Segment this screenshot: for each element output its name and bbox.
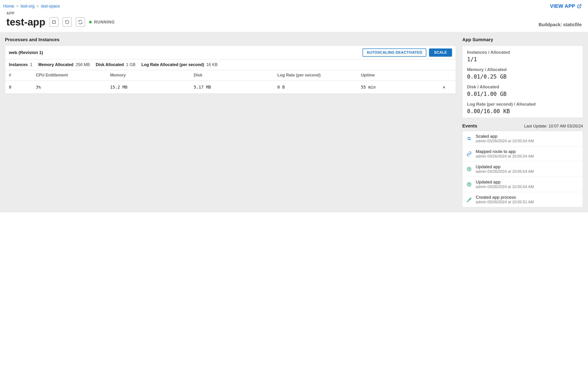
events-card: Scaled app admin 03/26/2024 at 10:05:54 … <box>462 131 583 207</box>
refresh-icon <box>65 20 69 24</box>
svg-point-5 <box>469 139 470 140</box>
event-meta: admin 03/26/2024 at 10:05:54 AM <box>476 169 534 174</box>
col-lograte: Log Rate (per second) <box>275 70 358 81</box>
summary-memory-label: Memory / Allocated <box>467 67 578 72</box>
breadcrumb-home[interactable]: Home <box>3 4 14 9</box>
processes-section-title: Processes and Instances <box>5 37 456 42</box>
chevron-right-icon: > <box>15 4 20 9</box>
stop-icon <box>52 20 56 24</box>
app-name: test-app <box>6 16 45 28</box>
instances-table: # CPU Entitlement Memory Disk Log Rate (… <box>5 70 456 93</box>
event-item[interactable]: Scaled app admin 03/26/2024 at 10:05:54 … <box>462 131 583 146</box>
summary-disk-label: Disk / Allocated <box>467 84 578 89</box>
close-icon: ✕ <box>443 85 445 89</box>
summary-disk-value: 0.01/1.00 GB <box>467 91 578 97</box>
col-index: # <box>5 70 33 81</box>
table-row: 0 3% 15.2 MB 5.17 MB 0 B 55 min ✕ <box>5 81 456 94</box>
rocket-icon <box>466 197 472 203</box>
events-last-update: Last Update: 10:07 AM 03/26/24 <box>524 124 583 129</box>
alloc-instances-label: Instances <box>9 62 28 67</box>
event-title: Created app process <box>476 195 534 200</box>
arrow-up-circle-icon <box>466 181 472 187</box>
scale-button[interactable]: SCALE <box>429 49 452 57</box>
stop-button[interactable] <box>49 18 59 27</box>
link-icon <box>466 151 472 157</box>
autoscaling-button[interactable]: AUTOSCALING DEACTIVATED <box>363 49 426 57</box>
event-item[interactable]: Created app process admin 03/26/2024 at … <box>462 192 583 207</box>
event-title: Mapped route to app <box>476 149 534 154</box>
col-cpu: CPU Entitlement <box>33 70 107 81</box>
breadcrumb: Home > test-org > test-space <box>3 4 60 9</box>
alloc-lograte-value: 16 KB <box>206 62 218 67</box>
view-app-link[interactable]: VIEW APP <box>550 3 582 9</box>
event-meta: admin 03/26/2024 at 10:05:54 AM <box>476 154 534 159</box>
alloc-lograte-label: Log Rate Allocated (per second) <box>141 62 204 67</box>
top-bar: Home > test-org > test-space VIEW APP <box>0 0 588 9</box>
event-item[interactable]: Updated app admin 03/26/2024 at 10:05:54… <box>462 177 583 192</box>
event-item[interactable]: Mapped route to app admin 03/26/2024 at … <box>462 146 583 161</box>
event-meta: admin 03/26/2024 at 10:05:54 AM <box>476 139 534 143</box>
event-item[interactable]: Updated app admin 03/26/2024 at 10:05:54… <box>462 161 583 177</box>
col-uptime: Uptime <box>358 70 432 81</box>
summary-lograte-value: 0.00/16.00 KB <box>467 108 578 114</box>
allocation-row: Instances 1 Memory Allocated 256 MB Disk… <box>5 60 456 70</box>
app-label: APP <box>6 11 115 15</box>
event-meta: admin 03/26/2024 at 10:05:51 AM <box>476 200 534 204</box>
alloc-instances-value: 1 <box>30 62 32 67</box>
summary-memory-value: 0.01/0.25 GB <box>467 73 578 80</box>
event-title: Updated app <box>476 164 534 169</box>
event-meta: admin 03/26/2024 at 10:05:54 AM <box>476 185 534 189</box>
delete-instance-button[interactable]: ✕ <box>432 81 456 94</box>
col-disk: Disk <box>191 70 275 81</box>
chevron-right-icon: > <box>36 4 40 9</box>
cell-uptime: 55 min <box>358 81 432 94</box>
status-dot-icon <box>89 21 92 23</box>
sync-icon <box>78 20 83 24</box>
svg-point-4 <box>468 137 469 138</box>
col-memory: Memory <box>107 70 191 81</box>
summary-lograte-label: Log Rate (per second) / Allocated <box>467 102 578 107</box>
alloc-disk-value: 1 GB <box>126 62 136 67</box>
svg-rect-1 <box>52 21 55 23</box>
alloc-disk-label: Disk Allocated <box>96 62 124 67</box>
svg-line-0 <box>579 5 581 7</box>
restart-button[interactable] <box>63 18 72 27</box>
summary-instances-label: Instances / Allocated <box>467 50 578 55</box>
cell-lograte: 0 B <box>275 81 358 94</box>
breadcrumb-org[interactable]: test-org <box>21 4 35 9</box>
alloc-memory-label: Memory Allocated <box>38 62 73 67</box>
cell-index: 0 <box>5 81 33 94</box>
processes-card: web (Revision 1) AUTOSCALING DEACTIVATED… <box>5 46 456 94</box>
cell-disk: 5.17 MB <box>191 81 275 94</box>
restage-button[interactable] <box>76 18 85 27</box>
alloc-memory-value: 256 MB <box>76 62 90 67</box>
event-title: Scaled app <box>476 134 534 139</box>
arrow-up-circle-icon <box>466 166 472 172</box>
summary-section-title: App Summary <box>462 37 583 42</box>
external-link-icon <box>577 4 582 9</box>
status-text: RUNNING <box>94 20 115 25</box>
sliders-icon <box>466 136 472 142</box>
summary-instances-value: 1/1 <box>467 56 578 62</box>
breadcrumb-space[interactable]: test-space <box>41 4 60 9</box>
process-title: web (Revision 1) <box>9 50 43 55</box>
view-app-label: VIEW APP <box>550 3 575 9</box>
summary-card: Instances / Allocated 1/1 Memory / Alloc… <box>462 46 583 118</box>
event-title: Updated app <box>476 180 534 185</box>
app-header: APP test-app RUNNING Buildpack: staticfi… <box>0 9 588 32</box>
cell-cpu: 3% <box>33 81 107 94</box>
events-section-title: Events <box>462 123 477 129</box>
cell-memory: 15.2 MB <box>107 81 191 94</box>
buildpack-label: Buildpack: staticfile <box>539 22 582 28</box>
